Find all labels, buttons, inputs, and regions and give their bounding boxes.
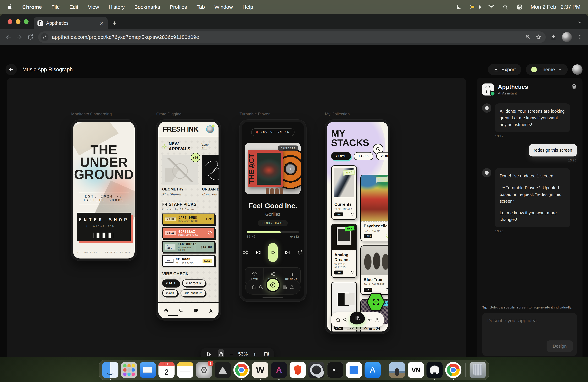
menu-history[interactable]: History bbox=[109, 4, 125, 10]
progress-fill bbox=[247, 231, 281, 233]
menu-bookmarks[interactable]: Bookmarks bbox=[134, 4, 160, 10]
browser-tab[interactable]: Appthetics ✕ bbox=[34, 17, 108, 29]
menu-tab[interactable]: Tab bbox=[196, 4, 205, 10]
prompt-input-box[interactable]: Design bbox=[482, 313, 577, 356]
theme-button[interactable]: Theme bbox=[526, 64, 568, 75]
phone-manifesto-onboarding[interactable]: THEUNDERGROUND EST. 2024 // TACTILE GOOD… bbox=[71, 120, 137, 261]
dock-github-icon[interactable] bbox=[427, 362, 443, 378]
staff-pick-row: A–SIDE GORILLAZDemon Days (2005) bbox=[162, 228, 215, 238]
profile-icon bbox=[209, 308, 213, 313]
dock-chrome-canary-icon[interactable] bbox=[445, 362, 462, 378]
user-avatar[interactable] bbox=[572, 64, 583, 75]
apple-logo-icon[interactable] bbox=[8, 4, 13, 10]
menu-view[interactable]: View bbox=[88, 4, 99, 10]
spotlight-search-icon[interactable] bbox=[503, 4, 508, 10]
player-bottom-nav bbox=[245, 280, 300, 295]
menu-edit[interactable]: Edit bbox=[69, 4, 78, 10]
back-button[interactable] bbox=[5, 34, 12, 40]
browser-toolbar: appthetics.com/project/kd76yxd7dmqx5kqxs… bbox=[0, 29, 588, 45]
wifi-icon[interactable] bbox=[488, 4, 494, 10]
dock-mail-icon[interactable] bbox=[140, 362, 156, 378]
dock-calendar-icon[interactable]: FEB2 bbox=[159, 362, 175, 378]
dock-settings-icon[interactable]: ⚙1 bbox=[196, 362, 212, 378]
live-dot bbox=[256, 131, 258, 134]
dock-appstore-icon[interactable]: A bbox=[365, 362, 381, 378]
zoom-level[interactable]: 53% bbox=[238, 351, 248, 357]
menu-help[interactable]: Help bbox=[242, 4, 253, 10]
site-info-icon[interactable] bbox=[41, 33, 48, 41]
arrival-artist: Concrete Ju bbox=[202, 192, 218, 196]
dock-brave-icon[interactable] bbox=[290, 362, 306, 378]
dock-quicktime-icon[interactable] bbox=[308, 362, 325, 378]
assistant-message: Done! I've updated 1 screen: - **Turntab… bbox=[495, 168, 570, 228]
canvas-toolbar: − 53% + Fit bbox=[200, 348, 274, 357]
dock-dimension-icon[interactable] bbox=[215, 362, 231, 378]
clear-chat-trash-icon[interactable] bbox=[571, 83, 577, 89]
dock-notes-icon[interactable] bbox=[177, 362, 193, 378]
home-icon bbox=[251, 285, 256, 290]
play-button bbox=[268, 243, 278, 262]
focus-moon-icon[interactable] bbox=[456, 4, 462, 10]
zoom-out-button[interactable]: − bbox=[230, 351, 233, 357]
project-back-button[interactable] bbox=[5, 64, 17, 75]
control-center-icon[interactable] bbox=[517, 4, 522, 10]
dock-finder-icon[interactable] bbox=[102, 362, 118, 378]
progress-bar bbox=[247, 231, 299, 233]
dock-vn-icon[interactable]: VN bbox=[408, 362, 424, 378]
record-icon bbox=[164, 308, 169, 313]
zoom-out-page-icon[interactable] bbox=[525, 34, 531, 40]
close-window-button[interactable] bbox=[8, 19, 12, 24]
browser-menu-kebab-icon[interactable] bbox=[577, 34, 583, 40]
menu-file[interactable]: File bbox=[51, 4, 60, 10]
export-button[interactable]: Export bbox=[488, 64, 521, 75]
address-bar[interactable]: appthetics.com/project/kd76yxd7dmqx5kqxs… bbox=[38, 31, 546, 43]
pan-hand-tool-button[interactable] bbox=[218, 349, 225, 357]
tab-list-chevron-icon[interactable] bbox=[578, 20, 582, 24]
phone-turntable-player[interactable]: NOW SPINNING THE ACT tdwp EXPLICIT bbox=[239, 120, 306, 302]
album-art: THE ACT tdwp EXPLICIT bbox=[245, 143, 301, 194]
arrival-title: URBAN DE bbox=[202, 187, 218, 191]
design-submit-button[interactable]: Design bbox=[546, 341, 573, 352]
dock-launchpad-icon[interactable] bbox=[121, 362, 137, 378]
dock-photo-thumbnail-icon[interactable] bbox=[389, 362, 405, 378]
menubar-app-name[interactable]: Chrome bbox=[22, 4, 42, 10]
activity-icon bbox=[367, 317, 372, 322]
fit-button[interactable]: Fit bbox=[264, 351, 269, 357]
battery-icon[interactable] bbox=[470, 5, 480, 9]
browser-profile-avatar[interactable] bbox=[562, 32, 572, 42]
maximize-window-button[interactable] bbox=[24, 19, 29, 24]
dock-vscode-icon[interactable] bbox=[346, 362, 362, 378]
assistant-app-icon bbox=[482, 83, 494, 96]
prompt-textarea[interactable] bbox=[487, 318, 572, 339]
view-all-link: View All bbox=[202, 143, 215, 150]
dock-separator bbox=[385, 363, 385, 377]
dock-trash-icon[interactable] bbox=[470, 362, 486, 378]
heart-icon bbox=[350, 270, 354, 274]
dock-w-app-icon[interactable]: W bbox=[252, 362, 268, 378]
downloads-icon[interactable] bbox=[550, 34, 557, 40]
vibe-tag-energetic: #Energetic bbox=[182, 279, 206, 287]
zoom-in-button[interactable]: + bbox=[253, 351, 256, 357]
vibe-tag-melancholy: #Melancholy bbox=[181, 289, 206, 297]
heart-icon bbox=[350, 212, 354, 216]
bookmark-star-icon[interactable] bbox=[535, 34, 541, 40]
tab-vinyl: VINYL bbox=[331, 152, 351, 160]
forward-button[interactable] bbox=[16, 34, 23, 40]
export-label: Export bbox=[501, 67, 516, 73]
tab-close-icon[interactable]: ✕ bbox=[100, 20, 104, 26]
new-tab-button[interactable]: + bbox=[112, 19, 116, 27]
menubar-clock[interactable]: Mon 2 Feb2:37 PM bbox=[531, 4, 580, 10]
minimize-window-button[interactable] bbox=[16, 19, 21, 24]
menu-profiles[interactable]: Profiles bbox=[170, 4, 187, 10]
dock-terminal-icon[interactable]: >_ bbox=[327, 362, 343, 378]
design-canvas[interactable]: Manifesto Onboarding Crate Digging Turnt… bbox=[7, 78, 466, 357]
ticket-perforation bbox=[80, 230, 128, 230]
phone-crate-digging[interactable]: FRESH INK NEW ARRIVALS View All bbox=[156, 120, 221, 320]
menu-window[interactable]: Window bbox=[214, 4, 233, 10]
reload-button[interactable] bbox=[27, 34, 34, 40]
dock-chrome-icon[interactable] bbox=[233, 362, 250, 378]
phone-my-collection[interactable]: MYSTACKS VINYL TAPES ZINES DIG bbox=[325, 120, 390, 334]
select-tool-button[interactable] bbox=[206, 349, 212, 357]
dock-a-app-icon[interactable]: A bbox=[271, 362, 287, 378]
assistant-role: AI Assistant bbox=[498, 91, 528, 95]
